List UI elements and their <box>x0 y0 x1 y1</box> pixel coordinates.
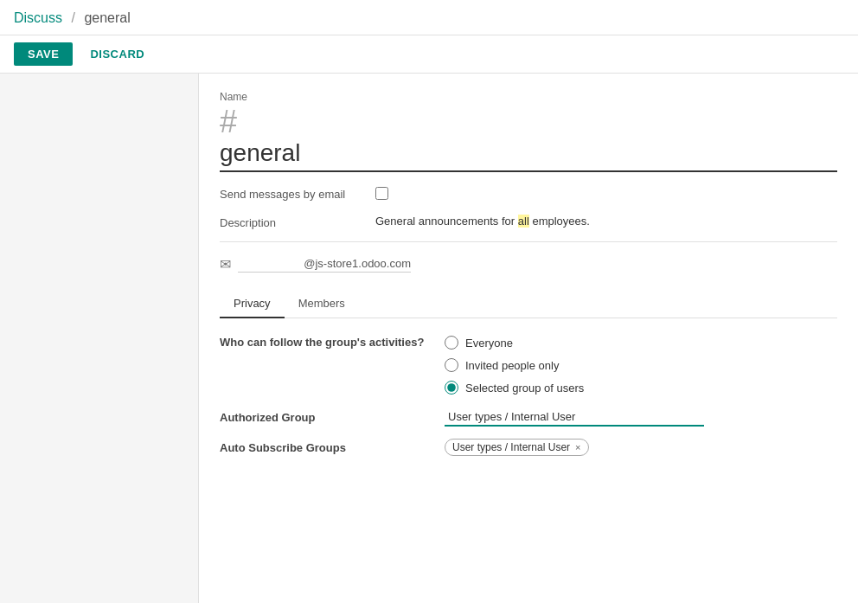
tabs: Privacy Members <box>220 290 837 318</box>
breadcrumb: Discuss / general <box>14 10 844 26</box>
authorized-group-input[interactable] <box>445 408 704 427</box>
radio-selected-label: Selected group of users <box>465 382 584 395</box>
radio-invited[interactable]: Invited people only <box>445 358 584 372</box>
email-address: @js-store1.odoo.com <box>238 257 411 273</box>
auto-subscribe-tag-text: User types / Internal User <box>452 441 570 453</box>
privacy-options: Everyone Invited people only Selected gr… <box>445 336 584 395</box>
privacy-row: Who can follow the group's activities? E… <box>220 336 837 395</box>
auto-subscribe-label: Auto Subscribe Groups <box>220 441 445 454</box>
description-value: General announcements for all employees. <box>375 215 837 228</box>
description-row: Description General announcements for al… <box>220 215 837 229</box>
hash-symbol: # <box>220 106 837 138</box>
send-messages-checkbox[interactable] <box>375 187 388 200</box>
breadcrumb-separator: / <box>71 10 74 25</box>
send-messages-row: Send messages by email <box>220 186 837 202</box>
divider <box>220 241 837 242</box>
auto-subscribe-tag-remove[interactable]: × <box>575 442 580 452</box>
breadcrumb-app[interactable]: Discuss <box>14 10 62 25</box>
radio-invited-label: Invited people only <box>465 359 559 372</box>
name-label: Name <box>220 91 837 103</box>
sidebar <box>0 74 199 603</box>
radio-selected[interactable]: Selected group of users <box>445 381 584 395</box>
highlight-all: all <box>518 215 529 228</box>
email-icon: ✉ <box>220 256 231 273</box>
description-text: General announcements for all employees. <box>375 215 590 228</box>
discard-button[interactable]: DISCARD <box>80 42 155 66</box>
channel-name-input[interactable] <box>220 139 837 172</box>
radio-selected-input[interactable] <box>445 381 458 395</box>
radio-everyone-input[interactable] <box>445 336 458 350</box>
authorized-group-label: Authorized Group <box>220 411 445 424</box>
content-area: Name # Send messages by email Descriptio… <box>199 74 858 603</box>
authorized-group-row: Authorized Group <box>220 408 837 427</box>
send-messages-label: Send messages by email <box>220 186 375 201</box>
action-bar: SAVE DISCARD <box>0 35 858 74</box>
tab-members[interactable]: Members <box>285 290 359 318</box>
tab-privacy[interactable]: Privacy <box>220 290 285 318</box>
privacy-question: Who can follow the group's activities? <box>220 336 445 349</box>
send-messages-value <box>375 186 837 202</box>
radio-everyone-label: Everyone <box>465 337 513 350</box>
description-label: Description <box>220 215 375 229</box>
email-row: ✉ @js-store1.odoo.com <box>220 256 837 273</box>
auto-subscribe-tag: User types / Internal User × <box>445 439 589 456</box>
auto-subscribe-row: Auto Subscribe Groups User types / Inter… <box>220 439 837 456</box>
breadcrumb-page: general <box>84 10 130 25</box>
save-button[interactable]: SAVE <box>14 42 73 66</box>
radio-everyone[interactable]: Everyone <box>445 336 584 350</box>
radio-invited-input[interactable] <box>445 358 458 372</box>
